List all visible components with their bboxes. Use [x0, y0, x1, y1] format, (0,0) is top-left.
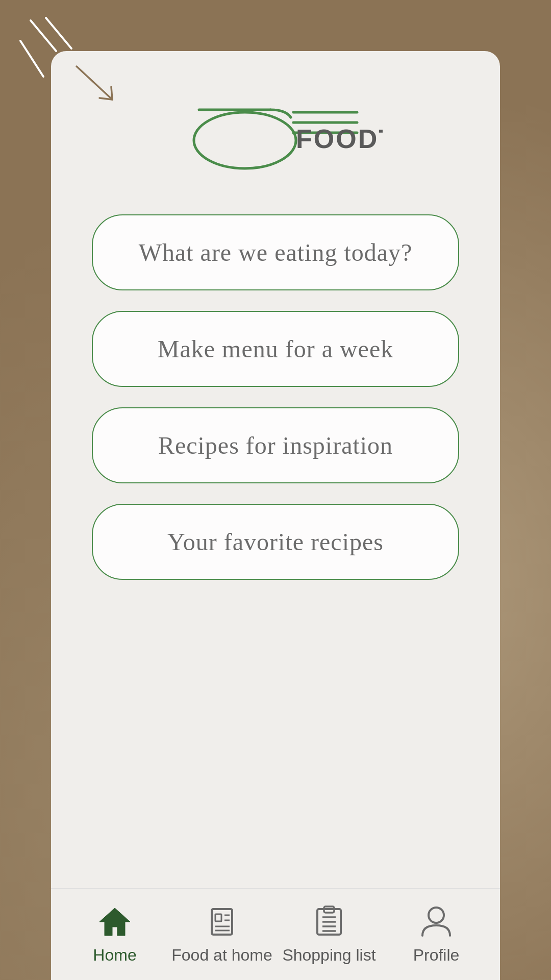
inspiration-button[interactable]: Recipes for inspiration	[92, 407, 459, 483]
today-button[interactable]: What are we eating today?	[92, 214, 459, 290]
nav-item-profile[interactable]: Profile	[383, 904, 490, 965]
nav-item-food-at-home[interactable]: Food at home	[168, 904, 276, 965]
logo-area: FOODTIPS	[92, 82, 459, 174]
svg-text:FOODTIPS: FOODTIPS	[296, 124, 383, 154]
svg-line-9	[77, 66, 112, 100]
home-icon	[97, 904, 133, 940]
bottom-navigation: Home Food at home Shopping lis	[51, 888, 500, 980]
nav-label-shopping-list: Shopping list	[282, 946, 375, 965]
menu-buttons-container: What are we eating today? Make menu for …	[92, 214, 459, 980]
logo-svg: FOODTIPS	[168, 82, 383, 174]
nav-label-food-at-home: Food at home	[171, 946, 272, 965]
main-card: FOODTIPS What are we eating today? Make …	[51, 51, 500, 980]
shopping-list-icon	[311, 904, 347, 940]
svg-point-25	[429, 908, 444, 923]
svg-line-11	[111, 87, 112, 100]
nav-label-home: Home	[93, 946, 136, 965]
arrow-decoration	[66, 61, 128, 112]
nav-label-profile: Profile	[413, 946, 460, 965]
nav-item-home[interactable]: Home	[61, 904, 168, 965]
nav-item-shopping-list[interactable]: Shopping list	[276, 904, 383, 965]
svg-line-2	[20, 41, 43, 77]
food-at-home-icon	[204, 904, 240, 940]
profile-icon	[418, 904, 454, 940]
favorites-button[interactable]: Your favorite recipes	[92, 504, 459, 580]
svg-marker-12	[99, 908, 130, 936]
svg-point-7	[194, 112, 296, 168]
week-menu-button[interactable]: Make menu for a week	[92, 311, 459, 387]
svg-rect-14	[215, 914, 221, 921]
